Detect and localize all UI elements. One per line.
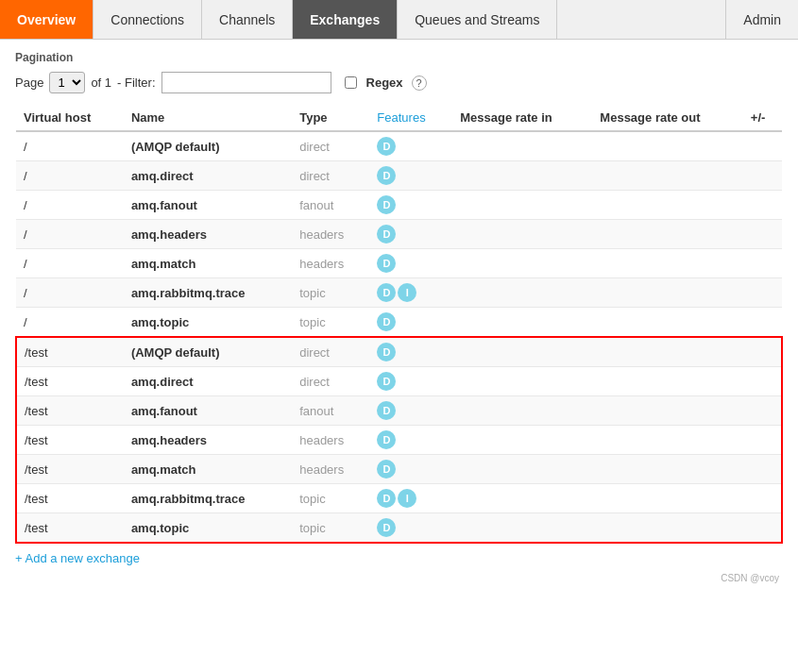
cell-plus-minus [743,249,782,278]
nav-overview[interactable]: Overview [0,0,93,39]
cell-msg-rate-out [592,367,742,396]
cell-msg-rate-in [452,220,592,249]
cell-plus-minus [743,513,782,544]
cell-plus-minus [743,191,782,220]
pagination-section: Pagination Page 1 of 1 - Filter: Regex ? [15,51,783,93]
nav-admin[interactable]: Admin [725,0,798,39]
cell-features: D [369,513,452,544]
cell-name: amq.rabbitmq.trace [124,484,292,513]
cell-plus-minus [743,455,782,484]
cell-virtual-host: /test [16,337,124,367]
nav-queues-streams[interactable]: Queues and Streams [398,0,557,39]
cell-plus-minus [743,367,782,396]
cell-msg-rate-out [592,337,742,367]
cell-features: DI [369,484,452,513]
page-select[interactable]: 1 [49,72,85,93]
cell-type: direct [292,131,369,161]
cell-type: headers [292,426,369,455]
cell-name: amq.headers [124,426,292,455]
cell-virtual-host: /test [16,396,124,426]
cell-virtual-host: /test [16,367,124,396]
nav-connections[interactable]: Connections [93,0,202,39]
cell-virtual-host: / [16,308,124,338]
cell-msg-rate-out [592,131,742,161]
cell-type: topic [292,484,369,513]
table-header: Virtual host Name Type Features Message … [16,105,782,131]
cell-name: amq.fanout [124,191,292,220]
cell-msg-rate-in [452,337,592,367]
table-row: /test(AMQP default)directD [16,337,782,367]
cell-name: amq.fanout [124,396,292,426]
table-row: /amq.headersheadersD [16,220,782,249]
cell-msg-rate-out [592,426,742,455]
cell-name: amq.topic [124,513,292,544]
table-row: /amq.directdirectD [16,161,782,191]
page-label: Page [15,76,43,90]
cell-msg-rate-in [452,161,592,191]
cell-msg-rate-out [592,278,742,308]
cell-name: amq.topic [124,308,292,338]
cell-plus-minus [743,426,782,455]
table-row: /(AMQP default)directD [16,131,782,161]
cell-plus-minus [743,131,782,161]
add-exchange-link[interactable]: + Add a new exchange [15,551,140,565]
cell-features: D [369,308,452,338]
filter-label: - Filter: [117,76,155,90]
cell-type: headers [292,455,369,484]
of-text: of 1 [91,76,111,90]
cell-type: direct [292,337,369,367]
regex-help-icon[interactable]: ? [412,76,427,91]
cell-msg-rate-out [592,396,742,426]
cell-virtual-host: /test [16,455,124,484]
cell-msg-rate-in [452,396,592,426]
cell-type: direct [292,367,369,396]
cell-msg-rate-out [592,484,742,513]
cell-msg-rate-in [452,513,592,544]
cell-msg-rate-in [452,308,592,338]
main-content: Pagination Page 1 of 1 - Filter: Regex ?… [0,40,798,595]
cell-msg-rate-in [452,249,592,278]
col-features: Features [369,105,452,131]
table-row: /amq.rabbitmq.tracetopicDI [16,278,782,308]
cell-features: D [369,455,452,484]
table-row: /testamq.headersheadersD [16,426,782,455]
cell-name: (AMQP default) [124,131,292,161]
cell-type: fanout [292,191,369,220]
cell-plus-minus [743,484,782,513]
nav-channels[interactable]: Channels [202,0,293,39]
cell-type: headers [292,220,369,249]
cell-virtual-host: / [16,220,124,249]
pagination-label: Pagination [15,51,783,64]
table-row: /testamq.topictopicD [16,513,782,544]
col-virtual-host: Virtual host [16,105,124,131]
table-row: /amq.fanoutfanoutD [16,191,782,220]
top-navigation: Overview Connections Channels Exchanges … [0,0,798,40]
regex-checkbox[interactable] [345,76,357,89]
cell-virtual-host: / [16,161,124,191]
cell-type: topic [292,308,369,338]
cell-plus-minus [743,220,782,249]
filter-input[interactable] [161,72,331,93]
col-msg-rate-in: Message rate in [452,105,592,131]
cell-name: amq.rabbitmq.trace [124,278,292,308]
col-type: Type [292,105,369,131]
cell-msg-rate-out [592,455,742,484]
cell-msg-rate-out [592,191,742,220]
table-row: /testamq.fanoutfanoutD [16,396,782,426]
cell-plus-minus [743,278,782,308]
cell-features: D [369,131,452,161]
cell-type: fanout [292,396,369,426]
regex-label: Regex [366,76,403,90]
cell-plus-minus [743,161,782,191]
nav-exchanges[interactable]: Exchanges [293,0,398,39]
cell-msg-rate-out [592,161,742,191]
cell-features: DI [369,278,452,308]
table-body: /(AMQP default)directD/amq.directdirectD… [16,131,782,543]
cell-msg-rate-in [452,367,592,396]
cell-msg-rate-in [452,191,592,220]
cell-name: amq.headers [124,220,292,249]
cell-name: (AMQP default) [124,337,292,367]
cell-virtual-host: / [16,191,124,220]
cell-plus-minus [743,396,782,426]
exchanges-table: Virtual host Name Type Features Message … [15,105,783,544]
